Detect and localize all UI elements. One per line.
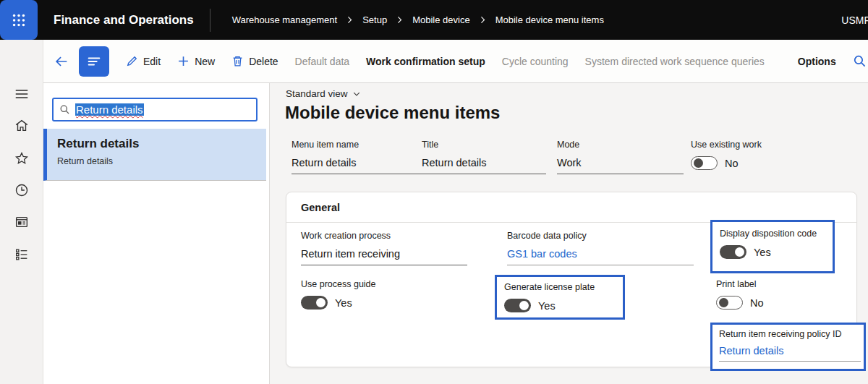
chevron-right-icon: [346, 16, 354, 24]
modules-list-icon[interactable]: [14, 247, 30, 263]
search-input-selected-text: Return details: [75, 103, 144, 116]
general-section-card: General Work creation process Return ite…: [286, 192, 857, 367]
field-title: Title Return details: [422, 140, 546, 174]
list-item-title: Return details: [57, 137, 266, 151]
breadcrumb: Warehouse management Setup Mobile device…: [232, 14, 604, 25]
field-label: Menu item name: [292, 140, 440, 150]
field-label: Print label: [716, 279, 764, 289]
field-label: Use existing work: [691, 140, 762, 150]
breadcrumb-mobile-device-menu-items[interactable]: Mobile device menu items: [495, 14, 604, 25]
field-barcode-data-policy: Barcode data policy GS1 bar codes: [507, 231, 694, 265]
back-button[interactable]: [54, 54, 69, 69]
field-label: Use process guide: [301, 279, 376, 289]
title-input[interactable]: Return details: [422, 157, 546, 174]
chevron-right-icon: [479, 16, 487, 24]
top-navigation-bar: Finance and Operations Warehouse managem…: [0, 0, 868, 40]
field-use-existing-work: Use existing work No: [691, 140, 762, 170]
list-pane: Return details Return details Return det…: [43, 83, 270, 384]
field-label: Title: [422, 140, 546, 150]
workspaces-window-icon[interactable]: [14, 214, 30, 230]
app-title: Finance and Operations: [54, 13, 194, 27]
toggle-state-label: Yes: [335, 297, 352, 309]
use-process-guide-toggle[interactable]: [301, 296, 328, 310]
field-mode: Mode Work: [557, 140, 684, 174]
return-item-receiving-policy-highlight-box: Return item receiving policy ID Return d…: [710, 323, 866, 371]
barcode-data-policy-link[interactable]: GS1 bar codes: [507, 248, 577, 260]
field-label: Mode: [557, 140, 684, 150]
new-button[interactable]: New: [177, 55, 215, 67]
view-selector-label: Standard view: [286, 88, 348, 99]
display-disposition-code-highlight-box: Display disposition code Yes: [710, 220, 835, 273]
print-label-toggle[interactable]: [716, 296, 743, 310]
show-list-pane-button[interactable]: [79, 46, 109, 77]
recent-clock-icon[interactable]: [14, 182, 30, 198]
chevron-right-icon: [396, 16, 404, 24]
toggle-state-label: No: [725, 158, 739, 169]
list-item-subtitle: Return details: [57, 156, 266, 166]
field-label: Display disposition code: [720, 229, 825, 239]
work-creation-process-select[interactable]: Return item receiving: [301, 248, 467, 265]
favorites-star-icon[interactable]: [14, 150, 30, 166]
toggle-state-label: Yes: [538, 300, 556, 312]
waffle-grid-icon: [11, 12, 27, 28]
chevron-down-icon: [352, 90, 361, 98]
field-label: Work creation process: [301, 231, 467, 241]
general-section-header[interactable]: General: [286, 192, 856, 223]
use-existing-work-toggle[interactable]: [691, 156, 718, 170]
default-data-button: Default data: [295, 56, 350, 67]
field-label: Generate license plate: [504, 282, 616, 292]
search-icon: [59, 104, 70, 115]
work-confirmation-setup-button[interactable]: Work confirmation setup: [366, 56, 485, 67]
generate-license-plate-toggle[interactable]: [504, 299, 531, 312]
field-menu-item-name: Menu item name Return details: [292, 140, 440, 174]
breadcrumb-warehouse-management[interactable]: Warehouse management: [232, 14, 338, 25]
company-selector[interactable]: USMF: [841, 14, 868, 26]
options-button[interactable]: Options: [798, 56, 836, 67]
generate-license-plate-highlight-box: Generate license plate Yes: [495, 275, 625, 320]
search-icon[interactable]: [853, 54, 867, 68]
plus-icon: [177, 55, 190, 67]
edit-button[interactable]: Edit: [126, 55, 161, 67]
cycle-counting-button: Cycle counting: [502, 56, 569, 67]
filter-search-input[interactable]: Return details: [52, 98, 258, 121]
list-item-return-details[interactable]: Return details Return details: [43, 129, 266, 181]
general-section-title: General: [301, 202, 340, 213]
edit-label: Edit: [143, 56, 161, 67]
field-work-creation-process: Work creation process Return item receiv…: [301, 231, 467, 265]
delete-label: Delete: [249, 56, 278, 67]
pencil-icon: [126, 55, 138, 67]
toggle-state-label: No: [750, 297, 764, 309]
topbar-divider: [210, 9, 210, 32]
action-toolbar: Edit New Delete Default data Work confir…: [43, 40, 868, 83]
app-launcher-button[interactable]: [0, 0, 38, 40]
hamburger-menu-icon[interactable]: [14, 86, 30, 102]
system-directed-work-sequence-queries-button: System directed work sequence queries: [585, 56, 765, 67]
new-label: New: [195, 56, 215, 67]
mode-select[interactable]: Work: [557, 157, 684, 174]
field-label: Return item receiving policy ID: [719, 329, 857, 339]
trash-icon: [231, 55, 244, 67]
delete-button[interactable]: Delete: [231, 55, 278, 67]
field-print-label: Print label No: [716, 279, 764, 310]
menu-item-name-input[interactable]: Return details: [292, 157, 440, 174]
navigation-rail: [0, 40, 43, 384]
field-use-process-guide: Use process guide Yes: [301, 279, 376, 310]
main-content: Standard view Mobile device menu items M…: [270, 83, 868, 384]
page-title: Mobile device menu items: [285, 103, 500, 123]
breadcrumb-setup[interactable]: Setup: [362, 14, 387, 25]
breadcrumb-mobile-device[interactable]: Mobile device: [412, 14, 470, 25]
return-item-receiving-policy-link[interactable]: Return details: [719, 345, 783, 357]
home-icon[interactable]: [14, 118, 30, 134]
view-selector[interactable]: Standard view: [286, 88, 361, 99]
display-disposition-code-toggle[interactable]: [720, 245, 746, 259]
app-window: Finance and Operations Warehouse managem…: [0, 0, 868, 384]
toggle-state-label: Yes: [754, 247, 771, 258]
field-label: Barcode data policy: [507, 231, 694, 241]
